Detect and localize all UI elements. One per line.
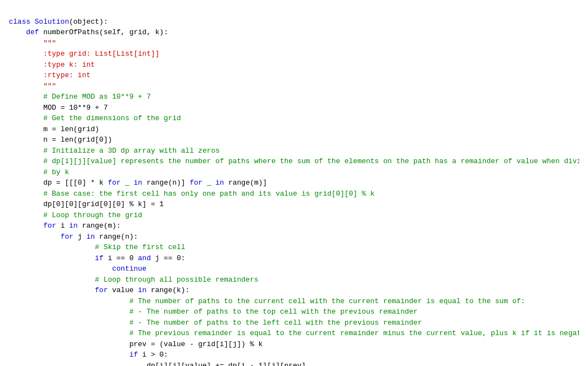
code-text: range(m): xyxy=(78,222,121,230)
code-editor: class Solution(object): def numberOfPath… xyxy=(9,6,579,366)
keyword-def: def xyxy=(26,28,43,36)
keyword-for: for xyxy=(108,179,120,187)
comment-10: # The number of paths to the current cel… xyxy=(95,297,525,305)
comment-5: # by k xyxy=(43,168,69,176)
type-hint-k: :type k: int xyxy=(43,61,95,69)
comment-8: # Skip the first cell xyxy=(78,243,185,251)
keyword-for3: for xyxy=(43,222,56,230)
type-hint-rtype: :rtype: int xyxy=(43,71,90,79)
docstring: """ xyxy=(43,39,56,47)
code-dp-assign: dp = [[[0] * k xyxy=(43,179,108,187)
comment-13: # The previous remainder is equal to the… xyxy=(95,329,579,337)
keyword-in4: in xyxy=(86,233,95,241)
function-name: numberOfPaths xyxy=(43,28,99,36)
code-text: _ xyxy=(202,179,215,187)
type-hint-grid: :type grid: List[List[int]] xyxy=(43,50,159,58)
code-text: range(m)] xyxy=(224,179,267,187)
comment-9: # Loop through all possible remainders xyxy=(78,276,259,284)
code-mod-assign: MOD = 10**9 + 7 xyxy=(43,104,108,112)
code-text: range(k): xyxy=(147,286,190,294)
keyword-if2: if xyxy=(95,351,138,359)
docstring-end: """ xyxy=(43,82,56,90)
keyword-continue: continue xyxy=(95,265,147,273)
code-text: range(n)] xyxy=(142,179,190,187)
comment-7: # Loop through the grid xyxy=(43,211,142,219)
class-name: Solution xyxy=(35,18,69,26)
comment-3: # Initialize a 3D dp array with all zero… xyxy=(43,147,220,155)
comment-2: # Get the dimensions of the grid xyxy=(43,114,181,122)
keyword-for5: for xyxy=(78,286,108,294)
keyword-in5: in xyxy=(138,286,147,294)
code-text: i == 0 xyxy=(104,254,138,262)
keyword-for2: for xyxy=(190,179,202,187)
keyword-and: and xyxy=(138,254,151,262)
code-base-case: dp[0][0][grid[0][0] % k] = 1 xyxy=(43,200,163,208)
code-text: value xyxy=(108,286,138,294)
code-text: _ xyxy=(121,179,133,187)
code-prev: prev = (value - grid[i][j]) % k xyxy=(95,340,263,348)
keyword-class: class xyxy=(9,18,35,26)
code-text: i xyxy=(56,222,69,230)
keyword-in3: in xyxy=(69,222,78,230)
code-text: j xyxy=(73,233,86,241)
code-m-assign: m = len(grid) xyxy=(43,125,99,133)
code-text: i > 0: xyxy=(138,351,168,359)
code-text: j == 0: xyxy=(151,254,185,262)
comment-4: # dp[i][j][value] represents the number … xyxy=(43,157,579,165)
code-n-assign: n = len(grid[0]) xyxy=(43,136,112,144)
comment-12: # - The number of paths to the left cell… xyxy=(95,319,422,327)
code-text: range(n): xyxy=(95,233,138,241)
keyword-for4: for xyxy=(61,233,73,241)
comment-6: # Base case: the first cell has only one… xyxy=(43,190,375,198)
keyword-in2: in xyxy=(216,179,224,187)
keyword-in: in xyxy=(133,179,142,187)
comment-11: # - The number of paths to the top cell … xyxy=(95,308,418,316)
keyword-if: if xyxy=(78,254,104,262)
code-text: (object): xyxy=(69,18,108,26)
code-dp-update-i: dp[i][j][value] += dp[i - 1][j][prev] xyxy=(95,362,306,367)
code-text: (self, grid, k): xyxy=(99,28,168,36)
comment-1: # Define MOD as 10**9 + 7 xyxy=(43,93,151,101)
